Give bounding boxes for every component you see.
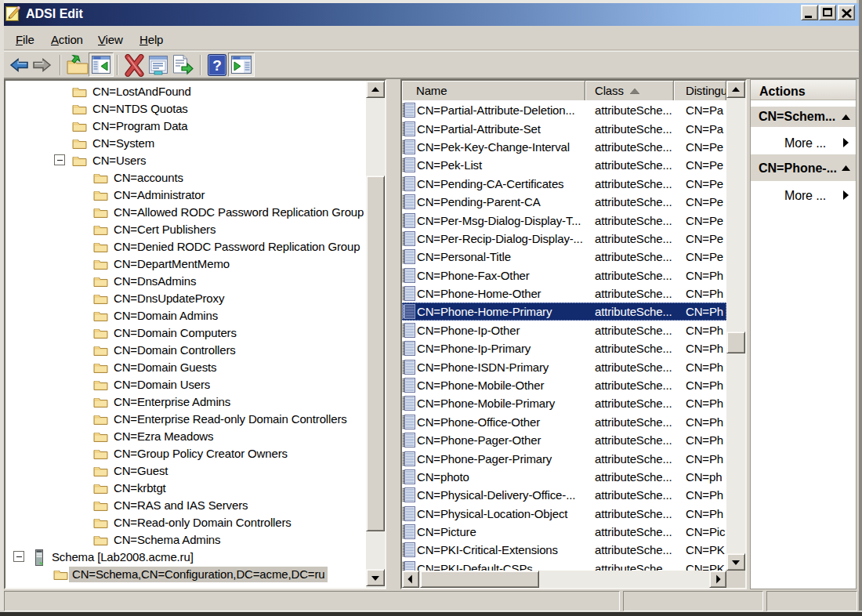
svg-text:?: ? (212, 57, 222, 74)
